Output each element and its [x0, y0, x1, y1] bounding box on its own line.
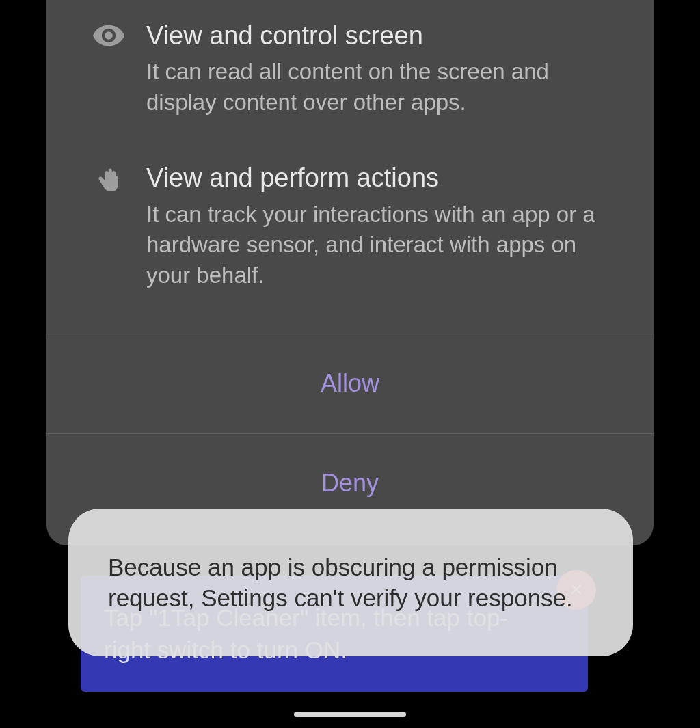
permission-title: View and perform actions — [146, 161, 607, 195]
permission-title: View and control screen — [146, 19, 607, 53]
toast-message: Because an app is obscuring a permission… — [108, 552, 593, 614]
permission-description: It can read all content on the screen an… — [146, 57, 607, 118]
allow-button-row: Allow — [46, 334, 654, 433]
permission-row-perform-actions: View and perform actions It can track yo… — [46, 141, 654, 314]
allow-button[interactable]: Allow — [46, 334, 654, 433]
navigation-handle[interactable] — [294, 712, 406, 717]
permission-row-view-control: View and control screen It can read all … — [46, 0, 654, 141]
accessibility-permission-dialog: View and control screen It can read all … — [46, 0, 654, 545]
permission-description: It can track your interactions with an a… — [146, 200, 607, 291]
hand-icon — [93, 161, 146, 202]
eye-icon — [93, 19, 146, 49]
obscured-permission-toast: Because an app is obscuring a permission… — [68, 509, 633, 656]
